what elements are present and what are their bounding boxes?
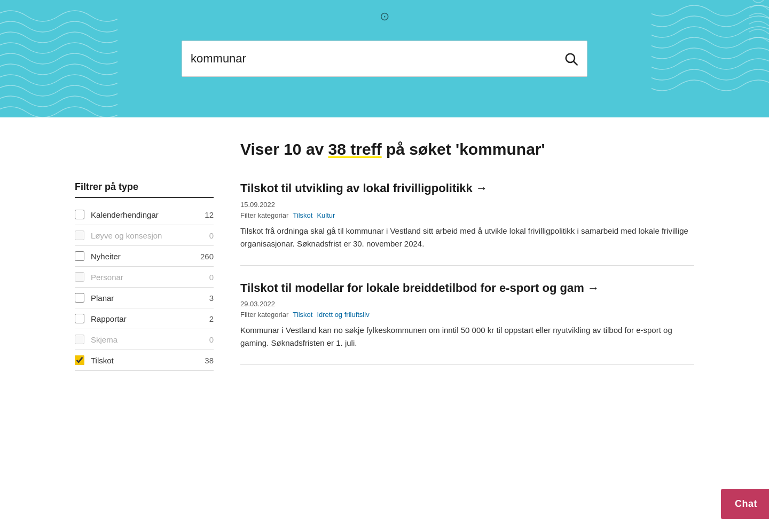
filter-item[interactable]: Rapportar2	[75, 308, 214, 329]
filter-count: 12	[205, 210, 214, 219]
target-icon: ⊙	[380, 10, 389, 23]
result-description: Kommunar i Vestland kan no søkje fylkesk…	[240, 324, 694, 350]
result-categories: Filter kategoriarTilskotKultur	[240, 211, 694, 219]
result-item: Tilskot til utvikling av lokal frivillig…	[240, 181, 694, 266]
filter-label: Nyheiter	[91, 252, 200, 261]
filter-item[interactable]: Tilskot38	[75, 350, 214, 371]
sidebar: Filtrer på type Kalenderhendingar12Løyve…	[75, 139, 230, 380]
search-icon	[563, 51, 578, 66]
filter-count: 0	[209, 231, 214, 240]
search-bar-wrapper	[182, 41, 587, 77]
filter-count: 3	[209, 293, 214, 303]
results-highlight: 38 treff	[328, 140, 382, 158]
filter-checkbox[interactable]	[75, 335, 84, 344]
filter-label: Rapportar	[91, 314, 209, 323]
category-link[interactable]: Tilskot	[293, 211, 312, 219]
category-link[interactable]: Idrett og friluftsliv	[317, 311, 369, 319]
filter-item[interactable]: Kalenderhendingar12	[75, 204, 214, 225]
results-heading: Viser 10 av 38 treff på søket 'kommunar'	[240, 139, 694, 160]
filter-checkbox[interactable]	[75, 314, 84, 323]
filter-count: 260	[200, 252, 214, 261]
filter-checkbox[interactable]	[75, 272, 84, 282]
wave-decoration-left	[0, 0, 117, 117]
filter-checkbox[interactable]	[75, 210, 84, 219]
filter-item[interactable]: Løyve og konsesjon0	[75, 225, 214, 246]
search-input[interactable]	[191, 52, 563, 66]
results-list: Tilskot til utvikling av lokal frivillig…	[240, 181, 694, 365]
filter-count: 0	[209, 273, 214, 282]
result-description: Tilskot frå ordninga skal gå til kommuna…	[240, 225, 694, 250]
filter-label: Personar	[91, 273, 209, 282]
filter-item[interactable]: Skjema0	[75, 329, 214, 350]
result-item: Tilskot til modellar for lokale breiddet…	[240, 281, 694, 366]
filter-checkbox[interactable]	[75, 355, 84, 365]
category-link[interactable]: Tilskot	[293, 311, 312, 319]
results-area: Viser 10 av 38 treff på søket 'kommunar'…	[230, 139, 694, 380]
search-button[interactable]	[563, 51, 578, 66]
filter-item[interactable]: Planar3	[75, 288, 214, 308]
filter-item[interactable]: Personar0	[75, 267, 214, 288]
result-categories: Filter kategoriarTilskotIdrett og friluf…	[240, 311, 694, 319]
result-title-link[interactable]: Tilskot til modellar for lokale breiddet…	[240, 281, 599, 295]
filter-title: Filtrer på type	[75, 181, 214, 198]
filter-label: Tilskot	[91, 356, 205, 365]
filter-label: Skjema	[91, 335, 209, 344]
filter-count: 38	[205, 356, 214, 365]
results-suffix: på søket 'kommunar'	[382, 140, 545, 158]
search-bar	[182, 41, 587, 77]
categories-label: Filter kategoriar	[240, 311, 288, 319]
result-date: 29.03.2022	[240, 300, 694, 308]
filter-label: Planar	[91, 293, 209, 303]
filter-count: 0	[209, 335, 214, 344]
category-link[interactable]: Kultur	[317, 211, 335, 219]
result-date: 15.09.2022	[240, 201, 694, 209]
results-prefix: Viser 10 av	[240, 140, 328, 158]
header-banner: ⊙	[0, 0, 769, 117]
result-title-link[interactable]: Tilskot til utvikling av lokal frivillig…	[240, 181, 488, 195]
filter-count: 2	[209, 314, 214, 323]
svg-line-1	[574, 61, 577, 65]
filter-label: Løyve og konsesjon	[91, 231, 209, 240]
result-title: Tilskot til modellar for lokale breiddet…	[240, 281, 694, 296]
categories-label: Filter kategoriar	[240, 211, 288, 219]
filter-checkbox[interactable]	[75, 293, 84, 303]
filter-list: Kalenderhendingar12Løyve og konsesjon0Ny…	[75, 204, 214, 371]
filter-item[interactable]: Nyheiter260	[75, 246, 214, 267]
filter-checkbox[interactable]	[75, 231, 84, 240]
filter-checkbox[interactable]	[75, 251, 84, 261]
result-title: Tilskot til utvikling av lokal frivillig…	[240, 181, 694, 196]
wave-decoration-right	[652, 0, 769, 117]
filter-label: Kalenderhendingar	[91, 210, 205, 219]
main-content: Filtrer på type Kalenderhendingar12Løyve…	[64, 117, 705, 412]
